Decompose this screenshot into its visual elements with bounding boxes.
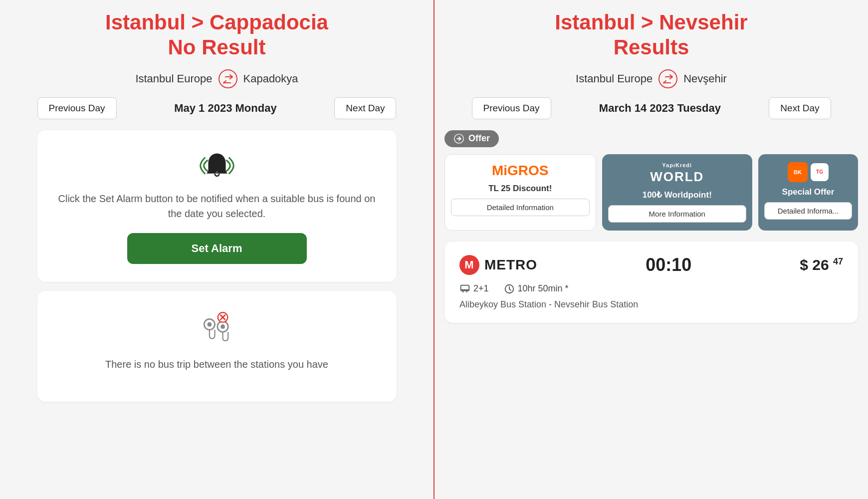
alarm-card-text: Click the Set Alarm button to be notifie…	[52, 191, 382, 221]
left-panel: Istanbul > Cappadocia No Result Istanbul…	[0, 0, 434, 499]
offer-tag: Offer	[444, 130, 499, 147]
right-panel: Istanbul > Nevsehir Results Istanbul Eur…	[434, 0, 868, 499]
left-date: May 1 2023 Monday	[174, 102, 276, 115]
left-route-bar: Istanbul Europe Kapadokya	[135, 69, 298, 88]
right-from: Istanbul Europe	[576, 72, 652, 85]
right-prev-day-button[interactable]: Previous Day	[472, 97, 551, 119]
offers-row: MiGROS TL 25 Discount! Detailed Informat…	[444, 154, 858, 231]
svg-point-0	[216, 171, 217, 173]
bus-departure-time: 00:10	[646, 254, 691, 275]
world-logo: WORLD	[650, 169, 704, 185]
no-route-text: There is no bus trip between the station…	[105, 357, 328, 372]
alarm-card: Click the Set Alarm button to be notifie…	[37, 130, 397, 282]
left-from: Istanbul Europe	[135, 72, 212, 85]
burgerking-discount: Special Offer	[782, 187, 835, 197]
swap-icon	[218, 69, 237, 88]
no-route-icon	[197, 309, 237, 357]
bell-icon	[200, 148, 234, 183]
bus-route: Alibeykoy Bus Station - Nevsehir Bus Sta…	[459, 299, 843, 310]
right-title: Istanbul > Nevsehir Results	[555, 10, 747, 60]
clock-icon	[504, 283, 515, 294]
metro-m-icon: M	[464, 258, 474, 271]
right-route-bar: Istanbul Europe Nevşehir	[576, 69, 727, 88]
seats-label: 2+1	[473, 283, 489, 294]
currency-sign: $	[800, 256, 808, 273]
no-route-card: There is no bus trip between the station…	[37, 291, 397, 402]
world-discount: 100₺ Worldpoint!	[643, 190, 712, 200]
bus-card-top: M METRO 00:10 $ 26 47	[459, 254, 843, 275]
migros-discount: TL 25 Discount!	[488, 184, 552, 194]
world-logo-group: YapıKredi WORLD	[650, 162, 704, 185]
bus-duration: 10hr 50min *	[504, 283, 569, 294]
left-title-line2: No Result	[168, 35, 265, 59]
metro-company-name: METRO	[484, 257, 537, 273]
duration-label: 10hr 50min *	[518, 283, 569, 294]
right-to: Nevşehir	[683, 72, 727, 85]
metro-circle: M	[459, 255, 479, 275]
left-title-line1: Istanbul > Cappadocia	[105, 10, 328, 34]
svg-point-2	[207, 322, 212, 326]
offer-card-world: YapıKredi WORLD 100₺ Worldpoint! More In…	[602, 154, 753, 231]
bus-result-card: M METRO 00:10 $ 26 47	[444, 242, 858, 323]
left-next-day-button[interactable]: Next Day	[334, 97, 396, 119]
seat-icon	[459, 283, 470, 294]
bus-price: $ 26 47	[800, 256, 843, 273]
world-info-button[interactable]: More Information	[608, 205, 747, 223]
offer-tag-label: Offer	[468, 133, 490, 144]
metro-logo: M METRO	[459, 255, 537, 275]
offer-card-burgerking: BK TG Special Offer Detailed Informa...	[758, 154, 858, 231]
left-title: Istanbul > Cappadocia No Result	[105, 10, 328, 60]
left-prev-day-button[interactable]: Previous Day	[37, 97, 117, 119]
migros-logo: MiGROS	[492, 163, 549, 179]
right-nav-bar: Previous Day March 14 2023 Tuesday Next …	[472, 97, 831, 119]
left-nav-bar: Previous Day May 1 2023 Monday Next Day	[37, 97, 397, 119]
burgerking-info-button[interactable]: Detailed Informa...	[764, 202, 852, 220]
burgerking-logo: BK TG	[788, 162, 829, 182]
left-to: Kapadokya	[243, 72, 298, 85]
price-cents: 47	[833, 256, 843, 266]
right-title-line2: Results	[614, 35, 689, 59]
swap-icon-right	[658, 69, 677, 88]
migros-info-button[interactable]: Detailed Information	[451, 199, 590, 216]
right-content: Offer MiGROS TL 25 Discount! Detailed In…	[444, 130, 858, 323]
set-alarm-button[interactable]: Set Alarm	[127, 233, 307, 264]
right-date: March 14 2023 Tuesday	[599, 102, 721, 115]
right-next-day-button[interactable]: Next Day	[769, 97, 831, 119]
offer-card-migros: MiGROS TL 25 Discount! Detailed Informat…	[444, 154, 596, 231]
right-title-line1: Istanbul > Nevsehir	[555, 10, 747, 34]
bus-seats: 2+1	[459, 283, 489, 294]
yapikredi-text: YapıKredi	[662, 162, 692, 168]
svg-point-4	[220, 324, 225, 329]
bus-details: 2+1 10hr 50min *	[459, 283, 843, 294]
price-whole: 26	[812, 256, 829, 273]
